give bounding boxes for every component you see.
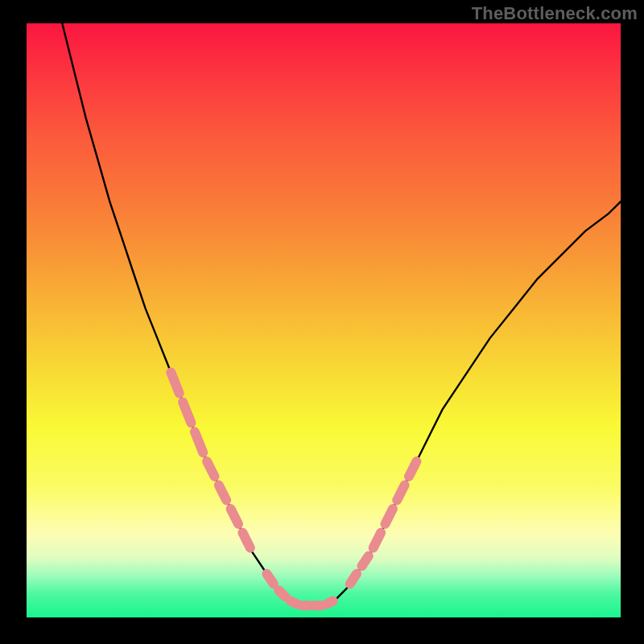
pink-dash-segment [195,431,203,452]
plot-area [27,23,621,617]
chart-frame: TheBottleneck.com [0,0,644,644]
pink-dash-segment [362,556,369,566]
pink-dash-segment [397,485,404,501]
pink-dash-segment [374,533,381,548]
pink-dash-segment [409,461,416,477]
pink-dash-segment [291,601,297,605]
bottleneck-curve [62,23,621,605]
pink-dash-segment [279,590,285,597]
pink-dash-overlay [171,373,416,606]
pink-dash-segment [207,461,214,477]
watermark-text: TheBottleneck.com [472,3,638,24]
pink-dash-segment [231,509,238,524]
pink-dash-segment [219,485,226,501]
pink-dash-segment [350,574,357,584]
pink-dash-segment [386,509,393,524]
pink-dash-segment [242,533,250,548]
pink-dash-segment [326,601,332,605]
pink-dash-segment [266,574,273,584]
curve-overlay [27,23,621,617]
pink-dash-segment [171,373,179,394]
pink-dash-segment [183,402,191,423]
